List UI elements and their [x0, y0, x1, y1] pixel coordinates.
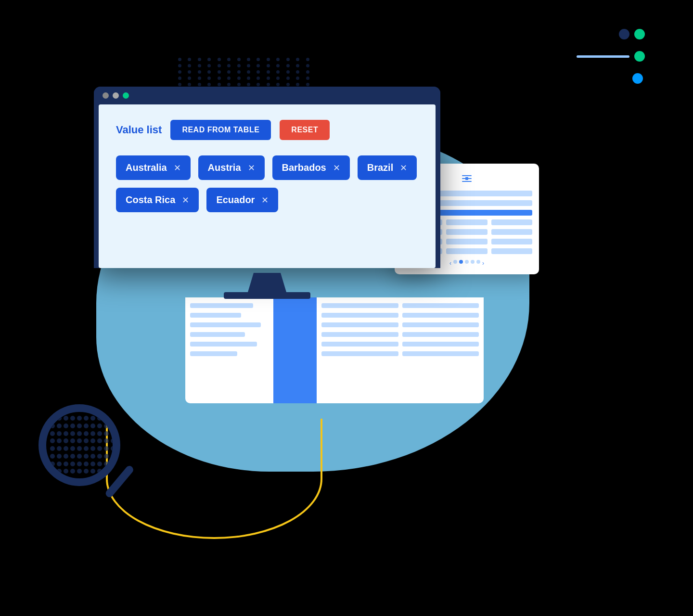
dot-pattern-dot	[218, 83, 221, 86]
magnifier-dot	[104, 424, 109, 428]
tag-australia[interactable]: Australia✕	[116, 155, 191, 180]
dot-pattern-dot	[237, 64, 241, 67]
table-cell	[321, 313, 398, 318]
tag-remove-icon[interactable]: ✕	[174, 163, 181, 173]
magnifier-dot	[104, 431, 109, 436]
scroll-dot-3	[465, 260, 469, 264]
tag-ecuador[interactable]: Ecuador✕	[206, 188, 278, 212]
dot-pattern-dot	[267, 70, 270, 74]
dot-pattern-dot	[276, 64, 280, 67]
table-cell	[190, 303, 253, 308]
tag-austria[interactable]: Austria✕	[198, 155, 265, 180]
table-row	[321, 313, 479, 318]
magnifier-dot	[104, 462, 109, 466]
scroll-dot-5	[476, 260, 480, 264]
tag-label: Austria	[208, 162, 241, 173]
data-col-5	[446, 229, 487, 235]
magnifier-dot	[84, 469, 89, 474]
tag-remove-icon[interactable]: ✕	[182, 195, 189, 205]
magnifier-dot	[77, 462, 82, 466]
table-center-highlight	[273, 297, 317, 403]
magnifier-dot	[111, 454, 116, 459]
tags-container: Australia✕Austria✕Barbados✕Brazil✕Costa …	[116, 155, 418, 212]
magnifier-dot	[57, 446, 62, 451]
magnifier-dot	[64, 446, 68, 451]
reset-button[interactable]: RESET	[280, 120, 330, 140]
magnifier-dot	[104, 454, 109, 459]
tag-barbados[interactable]: Barbados✕	[272, 155, 350, 180]
tag-costa-rica[interactable]: Costa Rica✕	[116, 188, 199, 212]
monitor-base	[224, 292, 310, 299]
magnifier-dot	[70, 431, 75, 436]
magnifier-dot	[64, 438, 68, 443]
dot-pattern-dot	[257, 58, 260, 61]
magnifier-dot	[111, 424, 116, 428]
magnifier-dot	[104, 469, 109, 474]
magnifier-dot	[111, 469, 116, 474]
table-cell	[402, 351, 479, 356]
table-cell	[190, 313, 241, 318]
read-from-table-button[interactable]: READ FROM TABLE	[170, 120, 271, 140]
dot-pattern-dot	[188, 64, 191, 67]
magnifier-dot	[64, 424, 68, 428]
magnifier-dot	[50, 416, 55, 421]
dot-pattern-dot	[306, 83, 309, 86]
data-col-2	[446, 219, 487, 225]
tag-brazil[interactable]: Brazil✕	[358, 155, 417, 180]
dot-pattern-dot	[296, 64, 299, 67]
magnifier-dot	[111, 446, 116, 451]
magnifier-dot	[104, 446, 109, 451]
bottom-table-content	[185, 297, 484, 403]
tag-remove-icon[interactable]: ✕	[248, 163, 255, 173]
data-col-11	[446, 248, 487, 254]
dot-pattern-dot	[178, 83, 181, 86]
dot-pattern-dot	[218, 77, 221, 80]
table-cell	[190, 322, 261, 327]
table-cell	[190, 351, 237, 356]
tag-remove-icon[interactable]: ✕	[261, 195, 269, 205]
monitor-screen: Value list READ FROM TABLE RESET Austral…	[99, 104, 436, 268]
magnifier-dot	[77, 454, 82, 459]
magnifier-dot	[64, 431, 68, 436]
magnifier-dot	[111, 431, 116, 436]
toggle-circle-dark	[619, 29, 629, 39]
tag-remove-icon[interactable]: ✕	[400, 163, 407, 173]
magnifier-dot	[111, 438, 116, 443]
dot-pattern-dot	[178, 77, 181, 80]
scroll-dot-1	[453, 260, 457, 264]
magnifier-dot	[77, 469, 82, 474]
magnifier-dot	[57, 416, 62, 421]
scroll-arrow-left: ‹	[449, 260, 451, 267]
magnifier-dot	[57, 462, 62, 466]
magnifier-dot	[77, 446, 82, 451]
scroll-dot-4	[471, 260, 475, 264]
tag-label: Ecuador	[216, 194, 255, 205]
monitor-titlebar	[94, 87, 440, 104]
magnifier-dot	[97, 469, 102, 474]
magnifier-dot	[64, 462, 68, 466]
magnifier-dot	[77, 416, 82, 421]
toggle-row-2	[577, 51, 645, 62]
magnifier-dot	[50, 454, 55, 459]
dot-pattern-dot	[247, 70, 250, 74]
tag-remove-icon[interactable]: ✕	[333, 163, 340, 173]
dot-pattern-dot	[237, 58, 241, 61]
magnifier-dot	[70, 424, 75, 428]
table-cell	[321, 322, 398, 327]
magnifier-dot	[97, 446, 102, 451]
table-row	[321, 303, 479, 308]
dot-pattern-dot	[276, 77, 280, 80]
table-cell	[402, 342, 479, 346]
magnifier-dot	[90, 446, 95, 451]
data-panel-icon	[460, 171, 474, 186]
magnifier-dot	[84, 462, 89, 466]
table-cell	[321, 351, 398, 356]
magnifier-dot	[84, 438, 89, 443]
magnifier-dot	[77, 438, 82, 443]
magnifier-dot	[77, 424, 82, 428]
dot-pattern-dot	[227, 64, 231, 67]
data-col-9	[491, 239, 532, 244]
magnifier-dot	[50, 469, 55, 474]
dot-pattern-dot	[198, 77, 201, 80]
dot-pattern-dot	[207, 58, 211, 61]
